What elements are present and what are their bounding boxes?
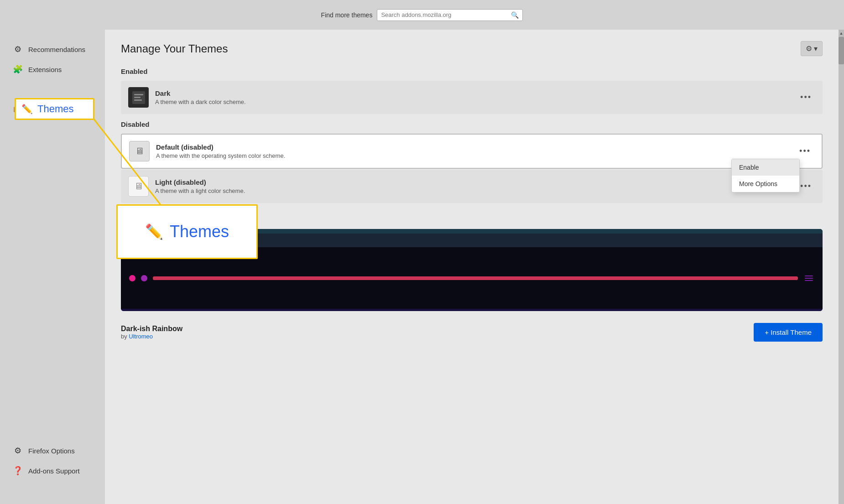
disabled-label: Disabled bbox=[121, 120, 823, 128]
sidebar-item-addons-support[interactable]: ❓ Add-ons Support bbox=[4, 461, 101, 480]
light-theme-icon: 🖥 bbox=[128, 176, 149, 197]
enabled-label: Enabled bbox=[121, 68, 823, 75]
enabled-section: Enabled Dark A theme with a dark color s… bbox=[121, 68, 823, 114]
light-theme-info: Light (disabled) A theme with a light co… bbox=[155, 178, 797, 194]
default-theme-desc: A theme with the operating system color … bbox=[156, 152, 796, 159]
default-theme-card: 🖥 Default (disabled) A theme with the op… bbox=[121, 134, 823, 169]
sidebar-item-extensions[interactable]: 🧩 Extensions bbox=[4, 60, 101, 79]
light-theme-desc: A theme with a light color scheme. bbox=[155, 187, 797, 194]
main-layout: ⚙ Recommendations 🧩 Extensions ✏️ Themes… bbox=[0, 30, 844, 504]
sidebar-item-plugins[interactable]: 📦 Plugins bbox=[4, 100, 101, 119]
manage-header: Manage Your Themes ⚙ ▾ bbox=[121, 41, 823, 56]
rainbow-preview bbox=[121, 229, 823, 311]
rainbow-author-link[interactable]: Ultromeo bbox=[129, 333, 153, 340]
context-menu-more-options[interactable]: More Options bbox=[732, 176, 799, 192]
default-theme-icon: 🖥 bbox=[129, 141, 150, 161]
sidebar-item-themes-label: Themes bbox=[28, 86, 53, 94]
addons-support-icon: ❓ bbox=[13, 466, 23, 476]
sidebar-item-extensions-label: Extensions bbox=[28, 66, 62, 73]
gear-dropdown-arrow: ▾ bbox=[814, 44, 818, 53]
search-input[interactable] bbox=[381, 11, 508, 18]
scrollbar-track: ▲ bbox=[839, 30, 844, 504]
sidebar-item-firefox-options[interactable]: ⚙ Firefox Options bbox=[4, 441, 101, 460]
rainbow-theme-author: by Ultromeo bbox=[121, 333, 182, 340]
gear-icon: ⚙ bbox=[806, 44, 812, 53]
sidebar-item-recommendations-label: Recommendations bbox=[28, 46, 85, 53]
extensions-icon: 🧩 bbox=[13, 64, 23, 74]
top-bar: Find more themes 🔍 bbox=[0, 0, 844, 30]
sidebar-bottom: ⚙ Firefox Options ❓ Add-ons Support bbox=[0, 440, 105, 495]
dark-theme-info: Dark A theme with a dark color scheme. bbox=[155, 89, 797, 105]
manage-title: Manage Your Themes bbox=[121, 42, 228, 55]
gear-dropdown-button[interactable]: ⚙ ▾ bbox=[801, 41, 823, 56]
default-theme-info: Default (disabled) A theme with the oper… bbox=[156, 143, 796, 159]
light-theme-name: Light (disabled) bbox=[155, 178, 797, 186]
sidebar-nav: ⚙ Recommendations 🧩 Extensions ✏️ Themes… bbox=[0, 39, 105, 120]
context-menu-enable[interactable]: Enable bbox=[732, 159, 799, 176]
dark-theme-name: Dark bbox=[155, 89, 797, 97]
scrollbar-thumb[interactable] bbox=[839, 37, 844, 64]
dark-theme-icon bbox=[128, 87, 149, 108]
default-theme-name: Default (disabled) bbox=[156, 143, 796, 151]
light-theme-card: 🖥 Light (disabled) A theme with a light … bbox=[121, 170, 823, 203]
themes-icon: ✏️ bbox=[13, 84, 23, 94]
sidebar: ⚙ Recommendations 🧩 Extensions ✏️ Themes… bbox=[0, 30, 105, 504]
sidebar-item-firefox-options-label: Firefox Options bbox=[28, 447, 75, 455]
rainbow-info-row: Dark-ish Rainbow by Ultromeo + Install T… bbox=[121, 318, 823, 343]
dark-theme-card: Dark A theme with a dark color scheme. •… bbox=[121, 81, 823, 114]
plugins-icon: 📦 bbox=[13, 104, 23, 114]
dark-theme-desc: A theme with a dark color scheme. bbox=[155, 99, 797, 105]
recommendations-icon: ⚙ bbox=[13, 44, 23, 54]
dark-theme-menu-btn[interactable]: ••• bbox=[797, 91, 815, 104]
sidebar-item-addons-support-label: Add-ons Support bbox=[28, 467, 80, 475]
sidebar-item-plugins-label: Plugins bbox=[28, 106, 51, 114]
firefox-options-icon: ⚙ bbox=[13, 446, 23, 456]
sidebar-item-recommendations[interactable]: ⚙ Recommendations bbox=[4, 40, 101, 59]
content-area: Manage Your Themes ⚙ ▾ Enabled Dark bbox=[105, 30, 839, 504]
rainbow-theme-title: Dark-ish Rainbow bbox=[121, 325, 182, 333]
disabled-section: Disabled 🖥 Default (disabled) A theme wi… bbox=[121, 120, 823, 203]
default-theme-context-menu: Enable More Options bbox=[731, 159, 800, 192]
scrollbar-up-arrow[interactable]: ▲ bbox=[839, 30, 844, 37]
rainbow-theme-info: Dark-ish Rainbow by Ultromeo bbox=[121, 325, 182, 340]
search-icon[interactable]: 🔍 bbox=[511, 11, 519, 19]
recommended-title: Recommended Themes bbox=[121, 212, 823, 222]
search-box: 🔍 bbox=[377, 9, 523, 21]
rainbow-theme-card bbox=[121, 229, 823, 311]
recommended-section: Recommended Themes bbox=[121, 212, 823, 343]
install-theme-button[interactable]: + Install Theme bbox=[754, 323, 823, 342]
find-more-label: Find more themes bbox=[321, 11, 373, 19]
default-theme-menu-btn[interactable]: ••• bbox=[796, 145, 814, 158]
